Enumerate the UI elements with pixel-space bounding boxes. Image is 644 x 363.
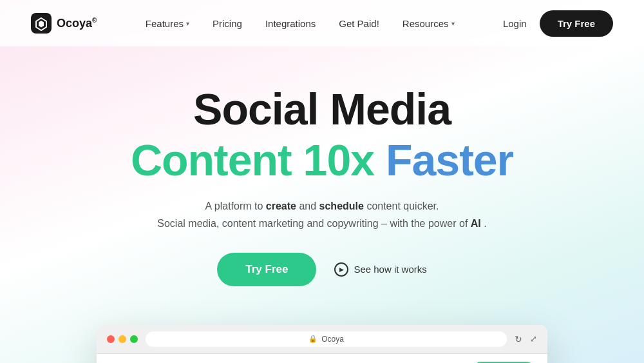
subtitle-text2: content quicker. xyxy=(366,201,439,211)
browser-address-bar[interactable]: 🔒 Ocoya xyxy=(146,331,507,347)
subtitle-bold-create: create xyxy=(266,201,296,211)
browser-body: Ocoya® Content Calendar Create new You h… xyxy=(97,354,547,363)
subtitle-and: and xyxy=(299,201,319,211)
hero-cta-area: Try Free ▶ See how it works xyxy=(13,253,631,286)
hero-title-blue: Faster xyxy=(386,135,513,184)
play-circle-icon: ▶ xyxy=(334,262,348,277)
try-free-hero-button[interactable]: Try Free xyxy=(217,253,316,286)
app-chrome: Ocoya® Content Calendar Create new xyxy=(97,354,547,363)
nav-item-get-paid[interactable]: Get Paid! xyxy=(339,18,379,29)
chevron-down-icon: ▾ xyxy=(186,20,189,27)
hero-title-line2: Content 10x Faster xyxy=(13,136,631,184)
refresh-icon[interactable]: ↻ xyxy=(515,334,522,344)
browser-mockup: 🔒 Ocoya ↻ ⤢ Ocoya® Content Calendar Crea… xyxy=(97,325,547,363)
nav-actions: Login Try Free xyxy=(503,10,613,37)
hero-title-line1: Social Media xyxy=(193,84,451,133)
logo[interactable]: Ocoya® xyxy=(31,13,97,34)
lock-icon: 🔒 xyxy=(308,335,317,343)
expand-icon[interactable]: ⤢ xyxy=(530,334,537,344)
login-button[interactable]: Login xyxy=(503,18,527,29)
browser-address-text: Ocoya xyxy=(321,335,344,344)
browser-dots xyxy=(107,335,138,343)
navbar: Ocoya® Features ▾ Pricing Integrations G… xyxy=(0,0,644,46)
hero-title: Social Media Content 10x Faster xyxy=(13,85,631,184)
dot-green[interactable] xyxy=(130,335,138,343)
chevron-down-icon: ▾ xyxy=(451,20,455,27)
subtitle-text3: Social media, content marketing and copy… xyxy=(157,218,470,229)
nav-links: Features ▾ Pricing Integrations Get Paid… xyxy=(146,18,455,29)
nav-item-resources[interactable]: Resources ▾ xyxy=(402,18,455,29)
nav-item-pricing[interactable]: Pricing xyxy=(213,18,242,29)
hero-section: Social Media Content 10x Faster A platfo… xyxy=(0,46,644,312)
nav-item-features[interactable]: Features ▾ xyxy=(146,18,189,29)
browser-chrome: 🔒 Ocoya ↻ ⤢ xyxy=(97,325,547,354)
try-free-nav-button[interactable]: Try Free xyxy=(540,10,613,37)
dot-yellow[interactable] xyxy=(118,335,126,343)
see-how-text: See how it works xyxy=(354,264,426,275)
subtitle-period: . xyxy=(484,218,486,229)
hero-subtitle: A platform to create and schedule conten… xyxy=(13,197,631,232)
subtitle-bold-ai: AI xyxy=(471,218,481,229)
hero-title-green: Content 10x xyxy=(131,135,374,184)
ocoya-logo-icon xyxy=(31,13,52,34)
logo-text: Ocoya® xyxy=(57,17,97,30)
nav-item-integrations[interactable]: Integrations xyxy=(265,18,316,29)
subtitle-bold-schedule: schedule xyxy=(319,201,364,211)
subtitle-text1: A platform to xyxy=(205,201,266,211)
dot-red[interactable] xyxy=(107,335,115,343)
see-how-link[interactable]: ▶ See how it works xyxy=(334,262,426,277)
